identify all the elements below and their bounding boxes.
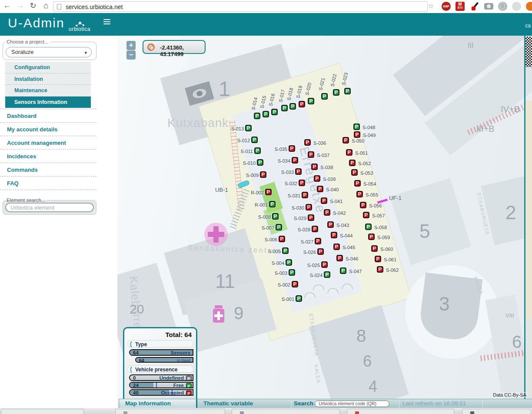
sensor-marker-S-058[interactable]: P bbox=[365, 224, 372, 230]
colorpicker-extension-icon[interactable] bbox=[471, 2, 480, 11]
sensor-marker-S-056[interactable]: P bbox=[360, 202, 366, 208]
sidebar-item-dashboard[interactable]: Dashboard bbox=[0, 109, 96, 122]
menu-hamburger-icon[interactable] bbox=[103, 19, 110, 24]
sensor-marker-S-032[interactable]: P bbox=[299, 180, 305, 186]
sensor-marker-S-043[interactable]: P bbox=[327, 221, 334, 228]
sensor-marker-S-051[interactable]: P bbox=[346, 149, 352, 156]
sensor-marker-S-024[interactable]: P bbox=[324, 271, 330, 278]
sensor-marker-S-038[interactable]: P bbox=[311, 164, 318, 170]
sensor-marker-S-019[interactable]: P bbox=[299, 101, 305, 107]
sensor-marker-S-034[interactable]: P bbox=[292, 157, 298, 164]
screenshot-extension-icon[interactable] bbox=[484, 3, 493, 10]
sensor-marker-S-031[interactable]: P bbox=[302, 192, 308, 198]
sensor-marker-S-023[interactable]: P bbox=[344, 88, 351, 94]
sensor-marker-S-060[interactable]: P bbox=[371, 245, 378, 252]
element-search-input[interactable] bbox=[5, 203, 94, 212]
sensor-marker-S-028[interactable]: P bbox=[312, 226, 318, 232]
sensor-marker-S-040[interactable]: P bbox=[317, 186, 323, 192]
sensor-marker-S-053[interactable]: P bbox=[351, 169, 358, 176]
tab-map-information[interactable]: Map information bbox=[120, 399, 197, 408]
project-select[interactable]: Soraluze ▾ bbox=[6, 47, 92, 57]
sensor-marker-S-012[interactable]: P bbox=[251, 137, 258, 143]
sensor-marker-S-006[interactable]: P bbox=[279, 236, 285, 242]
bottom-strip-box[interactable] bbox=[462, 409, 531, 414]
sidebar-item-maintenance[interactable]: Maintenance bbox=[5, 85, 91, 97]
sensor-marker-S-018[interactable]: P bbox=[289, 103, 296, 110]
sensor-marker-S-036[interactable]: P bbox=[304, 139, 311, 146]
sensor-marker-S-049[interactable]: P bbox=[354, 131, 360, 138]
tab-thematic-variable[interactable]: Thematic variable bbox=[203, 400, 253, 407]
sensor-marker-S-050[interactable]: P bbox=[342, 137, 349, 144]
sensor-marker-S-013[interactable]: P bbox=[245, 125, 252, 131]
sidebar-item-incidences[interactable]: Incidences bbox=[0, 149, 96, 163]
vehicle-presence-section-header[interactable]: ( Vehicle presence bbox=[127, 365, 193, 373]
sensor-marker-S-016[interactable]: P bbox=[271, 109, 278, 115]
address-bar[interactable]: services.urbiotica.net bbox=[53, 1, 428, 12]
bottom-strip-box[interactable] bbox=[115, 409, 225, 414]
sensor-marker-S-029[interactable]: P bbox=[308, 214, 314, 221]
sensor-marker-S-007[interactable]: P bbox=[276, 224, 282, 230]
sensor-marker-S-017[interactable]: P bbox=[281, 105, 288, 111]
sensor-marker-S-030[interactable]: P bbox=[306, 204, 312, 210]
sensor-marker-S-022[interactable]: P bbox=[333, 89, 339, 96]
sensor-marker-S-025[interactable]: P bbox=[321, 261, 328, 268]
browser-menu-icon[interactable] bbox=[526, 2, 532, 11]
sensor-marker-S-001[interactable]: P bbox=[296, 295, 302, 302]
sensor-marker-S-048[interactable]: P bbox=[353, 124, 360, 130]
sensor-marker-S-052[interactable]: P bbox=[349, 160, 356, 166]
sensor-marker-S-003[interactable]: P bbox=[289, 269, 295, 276]
sensor-marker-S-054[interactable]: P bbox=[354, 180, 361, 187]
sensor-marker-S-059[interactable]: P bbox=[368, 234, 375, 240]
sensor-marker-S-046[interactable]: P bbox=[336, 255, 343, 261]
bottom-strip-box[interactable] bbox=[1, 409, 84, 414]
sensor-marker-S-035[interactable]: P bbox=[289, 145, 295, 152]
disabled-extension-icon[interactable] bbox=[512, 2, 521, 11]
sidebar-item-commands[interactable]: Commands bbox=[0, 163, 96, 176]
sensor-marker-S-061[interactable]: P bbox=[375, 256, 381, 262]
sensor-marker-S-062[interactable]: P bbox=[377, 266, 383, 273]
sensor-marker-S-021[interactable]: P bbox=[321, 93, 328, 100]
forward-icon[interactable]: → bbox=[15, 1, 25, 10]
sidebar-item-account-management[interactable]: Account management bbox=[0, 136, 96, 149]
sidebar-item-faq[interactable]: FAQ bbox=[0, 176, 96, 190]
sensor-marker-S-055[interactable]: P bbox=[356, 191, 363, 197]
reload-icon[interactable]: ↻ bbox=[28, 1, 38, 10]
sidebar-item-my-account-details[interactable]: My account details bbox=[0, 122, 96, 136]
statusbar-search-input[interactable] bbox=[315, 401, 389, 407]
type-section-header[interactable]: ( Type bbox=[127, 340, 193, 347]
sensor-marker-S-002[interactable]: P bbox=[292, 281, 298, 287]
sidebar-item-sensors-information[interactable]: Sensors Information bbox=[5, 97, 91, 108]
sensor-marker-S-015[interactable]: P bbox=[263, 111, 269, 117]
sensor-marker-S-033[interactable]: P bbox=[295, 168, 302, 175]
mail-extension-icon[interactable]: M 873 bbox=[456, 2, 465, 11]
home-icon[interactable]: ⌂ bbox=[41, 1, 51, 10]
sensor-marker-S-041[interactable]: P bbox=[321, 197, 327, 204]
sensor-marker-S-026[interactable]: P bbox=[317, 248, 324, 255]
sensor-marker-S-044[interactable]: P bbox=[331, 232, 337, 238]
sensor-marker-R-002[interactable]: P bbox=[265, 189, 272, 195]
adblock-extension-icon[interactable]: ABP bbox=[442, 2, 451, 11]
sensor-marker-S-027[interactable]: P bbox=[315, 238, 321, 244]
sidebar-item-installation[interactable]: Installation bbox=[5, 73, 91, 85]
bookmark-star-icon[interactable]: ☆ bbox=[428, 2, 434, 10]
sensor-marker-R-001[interactable]: P bbox=[269, 201, 276, 207]
back-icon[interactable]: ← bbox=[2, 1, 12, 10]
sensor-marker-S-014[interactable]: P bbox=[254, 113, 260, 119]
sensor-marker-S-020[interactable]: P bbox=[308, 98, 314, 104]
sensor-marker-S-057[interactable]: P bbox=[363, 212, 369, 218]
sidebar-item-configuration[interactable]: Configuration bbox=[5, 62, 91, 73]
sensor-marker-S-008[interactable]: P bbox=[272, 213, 279, 220]
sensor-marker-S-045[interactable]: P bbox=[333, 244, 340, 250]
zoom-out-button[interactable]: − bbox=[126, 50, 136, 60]
sensor-marker-S-039[interactable]: P bbox=[314, 175, 320, 182]
sensor-marker-S-047[interactable]: P bbox=[340, 267, 346, 274]
sensor-marker-S-004[interactable]: P bbox=[286, 259, 292, 266]
zoom-in-button[interactable]: + bbox=[126, 41, 136, 50]
globe-extension-icon[interactable] bbox=[498, 2, 507, 11]
sensor-marker-S-011[interactable]: P bbox=[254, 147, 261, 154]
sensor-marker-S-009[interactable]: P bbox=[260, 171, 266, 178]
account-label[interactable]: ca bbox=[525, 23, 531, 29]
bottom-strip-box[interactable] bbox=[347, 409, 454, 414]
bottom-strip-box[interactable] bbox=[232, 409, 340, 414]
sensor-marker-S-010[interactable]: P bbox=[257, 159, 263, 166]
